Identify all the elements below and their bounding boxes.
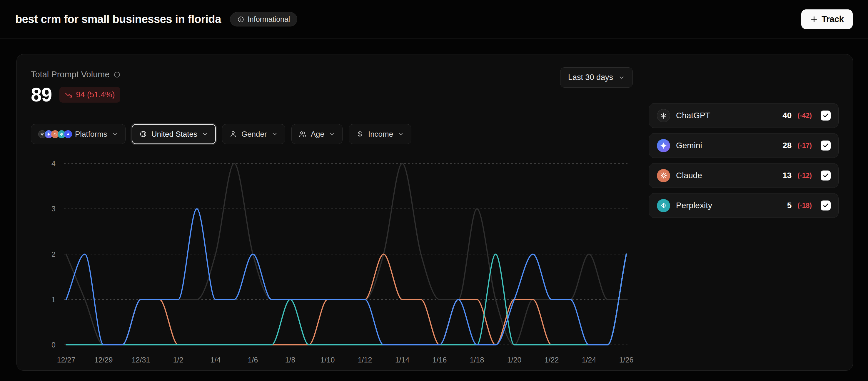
legend-delta: (-17) xyxy=(798,142,812,150)
perplexity-icon xyxy=(657,199,670,212)
svg-text:1/16: 1/16 xyxy=(433,356,447,364)
svg-text:1: 1 xyxy=(52,295,56,304)
legend-value: 40 xyxy=(782,111,792,120)
filter-region[interactable]: United States xyxy=(132,124,216,144)
legend-delta: (-18) xyxy=(798,202,812,210)
svg-text:2: 2 xyxy=(52,250,56,258)
legend-item-perplexity[interactable]: Perplexity 5 (-18) xyxy=(649,193,839,218)
trending-down-icon xyxy=(65,91,73,99)
svg-text:12/31: 12/31 xyxy=(132,356,150,364)
chevron-down-icon xyxy=(398,131,404,137)
delta-badge: 94 (51.4%) xyxy=(59,87,120,103)
legend-item-gemini[interactable]: Gemini 28 (-17) xyxy=(649,133,839,158)
svg-text:1/2: 1/2 xyxy=(173,356,184,364)
legend-value: 5 xyxy=(787,201,792,210)
check-icon xyxy=(822,142,829,149)
track-button-label: Track xyxy=(822,14,844,24)
filter-platforms-label: Platforms xyxy=(75,130,107,139)
svg-text:12/27: 12/27 xyxy=(57,356,75,364)
svg-text:1/22: 1/22 xyxy=(545,356,559,364)
legend-name: Gemini xyxy=(676,141,777,150)
legend-name: Perplexity xyxy=(676,201,781,210)
stats-value-row: 89 94 (51.4%) xyxy=(31,84,839,106)
filter-age-label: Age xyxy=(311,130,324,139)
chevron-down-icon xyxy=(618,74,625,81)
legend-name: Claude xyxy=(676,171,777,180)
svg-text:0: 0 xyxy=(52,341,56,349)
legend-checkbox[interactable] xyxy=(821,200,831,211)
platform-icons xyxy=(38,130,70,138)
check-icon xyxy=(822,112,829,119)
info-icon[interactable] xyxy=(114,71,121,78)
legend-checkbox[interactable] xyxy=(821,140,831,151)
deepseek-icon xyxy=(64,130,72,138)
stats-label-row: Total Prompt Volume xyxy=(31,70,839,80)
svg-text:3: 3 xyxy=(52,204,56,213)
svg-text:1/4: 1/4 xyxy=(211,356,221,364)
intent-badge: Informational xyxy=(230,12,298,27)
svg-text:1/14: 1/14 xyxy=(395,356,410,364)
legend-name: ChatGPT xyxy=(676,111,777,120)
svg-text:1/20: 1/20 xyxy=(507,356,522,364)
page-title: best crm for small businesses in florida xyxy=(15,13,221,26)
svg-text:1/24: 1/24 xyxy=(582,356,596,364)
legend-delta: (-12) xyxy=(798,172,812,180)
legend-value: 13 xyxy=(782,171,792,180)
gemini-icon xyxy=(657,139,670,152)
svg-text:12/29: 12/29 xyxy=(94,356,113,364)
prompt-volume-chart: 0123412/2712/2912/311/21/41/61/81/101/12… xyxy=(31,149,648,376)
legend-checkbox[interactable] xyxy=(821,170,831,181)
prompt-volume-card: Total Prompt Volume 89 94 (51.4%) Last 3… xyxy=(17,54,853,371)
header-left: best crm for small businesses in florida… xyxy=(15,12,297,27)
svg-text:1/12: 1/12 xyxy=(358,356,372,364)
globe-icon xyxy=(140,130,147,138)
total-prompt-volume-value: 89 xyxy=(31,84,52,106)
range-selector-label: Last 30 days xyxy=(568,73,613,82)
total-prompt-volume-label: Total Prompt Volume xyxy=(31,70,110,80)
chevron-down-icon xyxy=(329,131,335,137)
legend-item-chatgpt[interactable]: ChatGPT 40 (-42) xyxy=(649,103,839,128)
users-icon xyxy=(299,130,306,138)
filter-income-label: Income xyxy=(368,130,393,139)
chevron-down-icon xyxy=(202,131,208,137)
platform-legend: ChatGPT 40 (-42) Gemini 28 (-17) Claude … xyxy=(649,103,839,218)
filter-region-label: United States xyxy=(151,130,197,139)
info-icon xyxy=(237,16,244,23)
legend-checkbox[interactable] xyxy=(821,110,831,121)
delta-text: 94 (51.4%) xyxy=(76,90,115,99)
check-icon xyxy=(822,172,829,179)
svg-text:1/10: 1/10 xyxy=(320,356,335,364)
claude-icon xyxy=(657,169,670,182)
filter-age[interactable]: Age xyxy=(291,124,343,144)
svg-text:4: 4 xyxy=(52,159,56,167)
track-button[interactable]: Track xyxy=(801,9,853,29)
dollar-icon xyxy=(356,130,364,138)
person-icon xyxy=(229,130,237,138)
header: best crm for small businesses in florida… xyxy=(0,0,868,39)
filter-income[interactable]: Income xyxy=(349,124,411,144)
legend-value: 28 xyxy=(782,141,792,150)
plus-icon xyxy=(810,15,818,23)
legend-delta: (-42) xyxy=(798,112,812,120)
chevron-down-icon xyxy=(271,131,278,137)
svg-text:1/6: 1/6 xyxy=(248,356,258,364)
intent-badge-label: Informational xyxy=(248,15,290,24)
range-selector[interactable]: Last 30 days xyxy=(560,67,633,88)
chatgpt-icon xyxy=(657,109,670,122)
legend-item-claude[interactable]: Claude 13 (-12) xyxy=(649,163,839,188)
filter-gender-label: Gender xyxy=(241,130,267,139)
filter-gender[interactable]: Gender xyxy=(222,124,285,144)
svg-text:1/26: 1/26 xyxy=(619,356,634,364)
filter-platforms[interactable]: Platforms xyxy=(31,124,126,144)
check-icon xyxy=(822,202,829,209)
svg-text:1/18: 1/18 xyxy=(470,356,484,364)
svg-text:1/8: 1/8 xyxy=(285,356,296,364)
chevron-down-icon xyxy=(112,131,118,137)
